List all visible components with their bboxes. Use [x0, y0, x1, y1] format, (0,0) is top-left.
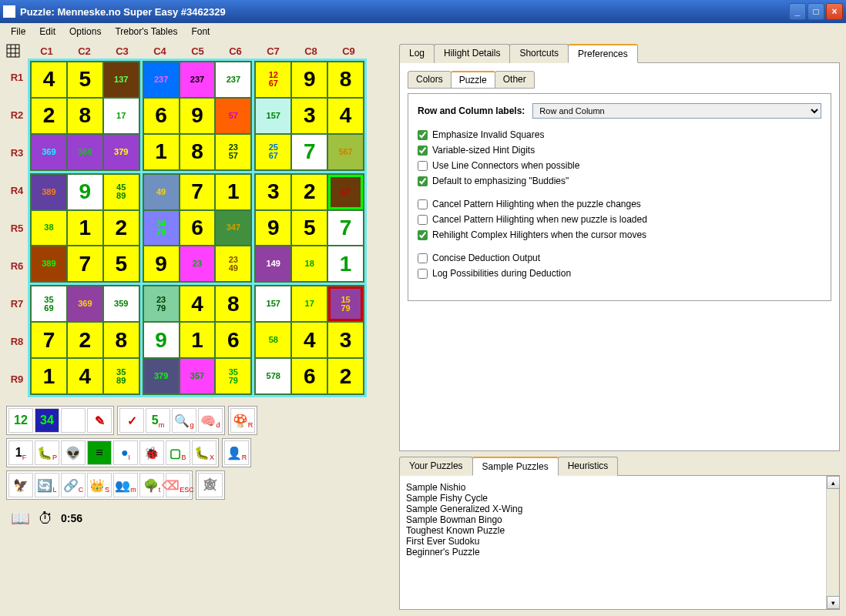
chk2-1[interactable] [418, 215, 428, 225]
menu-font[interactable]: Font [185, 25, 216, 38]
chk3-0[interactable] [418, 253, 428, 263]
tool2-btn-7[interactable]: 🐛X [192, 440, 217, 465]
maximize-button[interactable]: □ [807, 3, 824, 20]
cell-r9-c1[interactable]: 1 [32, 359, 66, 393]
cell-r8-c3[interactable]: 8 [104, 323, 139, 357]
tool2-btn-5[interactable]: 🐞 [139, 440, 164, 465]
cell-r8-c5[interactable]: 1 [180, 323, 215, 357]
cell-r9-c6[interactable]: 35 79 [216, 359, 250, 393]
cell-r3-c1[interactable]: 369 [32, 135, 66, 169]
cell-r7-c9[interactable]: 15 79 [328, 286, 363, 321]
cell-r2-c3[interactable]: 17 [104, 99, 139, 133]
tool2-btn-1[interactable]: 🐛P [35, 440, 59, 465]
cell-r6-c1[interactable]: 389 [32, 246, 66, 281]
minimize-button[interactable]: _ [789, 3, 806, 20]
tool3-btn-6[interactable]: ⌫ESC [166, 473, 190, 497]
cell-r8-c2[interactable]: 2 [68, 323, 102, 357]
sample-puzzles-list[interactable]: Sample NishioSample Fishy CycleSample Ge… [399, 476, 840, 610]
scroll-up-button[interactable]: ▴ [827, 476, 840, 489]
cell-r3-c6[interactable]: 23 57 [216, 135, 250, 169]
tool1b-btn-1[interactable]: 5m [146, 408, 170, 433]
cell-r3-c9[interactable]: 567 [328, 135, 363, 169]
chk2-0[interactable] [418, 199, 428, 209]
cell-r9-c7[interactable]: 578 [256, 359, 290, 393]
cell-r9-c8[interactable]: 6 [292, 359, 327, 393]
cell-r4-c5[interactable]: 7 [180, 175, 215, 209]
cell-r2-c1[interactable]: 2 [32, 99, 66, 133]
tab-preferences[interactable]: Preferences [568, 44, 638, 63]
cell-r2-c9[interactable]: 4 [328, 99, 363, 133]
tool2-btn-3[interactable]: ≡ [87, 440, 112, 465]
sample-item[interactable]: Toughest Known Puzzle [406, 525, 833, 536]
menu-options[interactable]: Options [63, 25, 107, 38]
cell-r1-c5[interactable]: 237 [180, 62, 215, 97]
tool1-btn-2[interactable] [61, 408, 86, 433]
cell-r2-c2[interactable]: 8 [68, 99, 102, 133]
btab-heuristics[interactable]: Heuristics [558, 457, 619, 476]
cell-r5-c1[interactable]: 38 [32, 211, 66, 246]
cell-r8-c9[interactable]: 3 [328, 323, 363, 357]
cell-r5-c3[interactable]: 2 [104, 211, 139, 246]
tool3-btn-2[interactable]: 🔗C [61, 473, 86, 497]
cell-r8-c6[interactable]: 6 [216, 323, 250, 357]
menu-file[interactable]: File [5, 25, 32, 38]
cell-r5-c9[interactable]: 7 [328, 211, 363, 246]
cell-r4-c7[interactable]: 3 [256, 175, 290, 209]
sample-item[interactable]: Beginner's Puzzle [406, 547, 833, 557]
preftab-puzzle[interactable]: Puzzle [451, 71, 495, 89]
cell-r9-c5[interactable]: 357 [180, 359, 215, 393]
grid-icon[interactable] [6, 44, 28, 58]
cell-r2-c8[interactable]: 3 [292, 99, 327, 133]
cell-r5-c4[interactable]: 34 78 [144, 211, 179, 246]
cell-r7-c6[interactable]: 8 [216, 286, 250, 321]
cell-r3-c3[interactable]: 379 [104, 135, 139, 169]
btab-sample-puzzles[interactable]: Sample Puzzles [472, 457, 559, 476]
cell-r7-c4[interactable]: 23 79 [144, 286, 179, 321]
cell-r5-c2[interactable]: 1 [68, 211, 102, 246]
tool1b-btn-2[interactable]: 🔍g [172, 408, 196, 433]
cell-r1-c2[interactable]: 5 [68, 62, 102, 97]
cell-r4-c1[interactable]: 389 [32, 175, 66, 209]
cell-r1-c3[interactable]: 137 [104, 62, 139, 97]
cell-r6-c5[interactable]: 23 [180, 246, 215, 281]
tool1-btn-0[interactable]: 12 [8, 408, 33, 433]
cell-r3-c2[interactable]: 369 [68, 135, 102, 169]
cell-r1-c7[interactable]: 12 67 [256, 62, 290, 97]
tool3-btn-1[interactable]: 🔄L [35, 473, 59, 497]
menu-edit[interactable]: Edit [33, 25, 62, 38]
chk1-0[interactable] [418, 130, 428, 140]
cell-r3-c5[interactable]: 8 [180, 135, 215, 169]
preftab-other[interactable]: Other [495, 71, 535, 89]
tool3-btn-5[interactable]: 🌳t [139, 473, 164, 497]
tool1-btn-3[interactable]: ✎ [87, 408, 112, 433]
tool2-btn-0[interactable]: 1F [8, 440, 33, 465]
cell-r9-c2[interactable]: 4 [68, 359, 102, 393]
cell-r2-c4[interactable]: 6 [144, 99, 179, 133]
tool2-btn-2[interactable]: 👽 [61, 440, 86, 465]
chk1-2[interactable] [418, 161, 428, 171]
tool3-btn-0[interactable]: 🦅 [8, 473, 33, 497]
sample-item[interactable]: First Ever Sudoku [406, 536, 833, 547]
chk2-2[interactable] [418, 230, 428, 240]
cell-r8-c8[interactable]: 4 [292, 323, 327, 357]
cell-r7-c1[interactable]: 35 69 [32, 286, 66, 321]
rowcol-select[interactable]: Row and Column [532, 103, 821, 119]
cell-r4-c2[interactable]: 9 [68, 175, 102, 209]
cell-r9-c3[interactable]: 35 89 [104, 359, 139, 393]
cell-r3-c7[interactable]: 25 67 [256, 135, 290, 169]
chk3-1[interactable] [418, 269, 428, 279]
cell-r4-c6[interactable]: 1 [216, 175, 250, 209]
cell-r6-c6[interactable]: 23 49 [216, 246, 250, 281]
cell-r6-c3[interactable]: 5 [104, 246, 139, 281]
scrollbar[interactable]: ▴ ▾ [826, 476, 839, 609]
cell-r1-c6[interactable]: 237 [216, 62, 250, 97]
cell-r1-c9[interactable]: 8 [328, 62, 363, 97]
tab-shortcuts[interactable]: Shortcuts [509, 44, 569, 63]
cell-r1-c8[interactable]: 9 [292, 62, 327, 97]
close-button[interactable]: × [826, 3, 843, 20]
tab-log[interactable]: Log [399, 44, 435, 63]
cell-r5-c5[interactable]: 6 [180, 211, 215, 246]
cell-r1-c1[interactable]: 4 [32, 62, 66, 97]
cell-r3-c8[interactable]: 7 [292, 135, 327, 169]
cell-r9-c4[interactable]: 379 [144, 359, 179, 393]
